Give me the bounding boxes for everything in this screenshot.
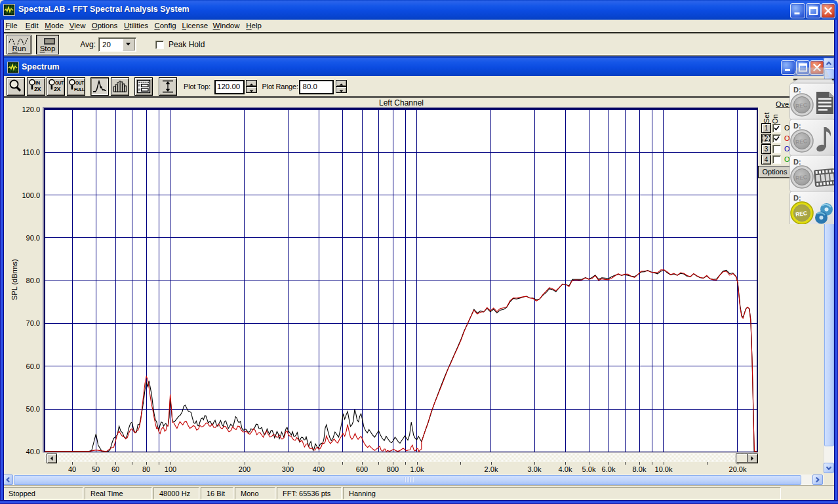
svg-text:D:: D: [793, 122, 801, 130]
svg-text:D:: D: [793, 194, 801, 202]
svg-text:D:: D: [793, 86, 801, 94]
svg-text:D:: D: [793, 158, 801, 166]
